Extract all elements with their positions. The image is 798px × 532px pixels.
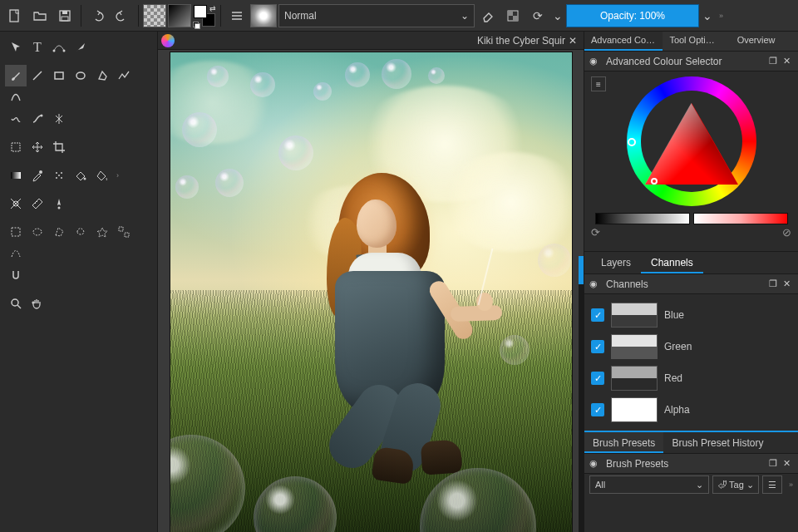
channel-visible-checkbox[interactable]: ✓: [591, 403, 604, 416]
shade-bar-2[interactable]: [693, 213, 788, 224]
document-tab[interactable]: Kiki the Cyber Squir ✕: [158, 32, 584, 50]
gamut-warn-icon[interactable]: ⊘: [782, 226, 791, 241]
brush-editor-button[interactable]: [225, 4, 249, 27]
preset-overflow-icon[interactable]: »: [789, 480, 793, 489]
move-tool[interactable]: [5, 37, 27, 58]
toolbar-overflow-icon[interactable]: »: [719, 12, 723, 20]
lock-docker-icon[interactable]: ◉: [589, 278, 603, 289]
toolbox-panel: T: [0, 32, 158, 532]
channel-row[interactable]: ✓ Blue: [591, 299, 791, 331]
bezier-tool[interactable]: [5, 86, 27, 108]
color-history-button[interactable]: ⟳: [591, 226, 600, 241]
tab-advanced-color[interactable]: Advanced Col…: [584, 32, 663, 51]
svg-line-31: [17, 305, 21, 308]
polyline-tool[interactable]: [113, 65, 135, 86]
preset-tag-button[interactable]: ⮰ Tag ⌄: [712, 475, 759, 494]
close-docker-button[interactable]: ✕: [780, 278, 793, 289]
freehand-path-tool[interactable]: [5, 108, 27, 130]
tab-tool-options[interactable]: Tool Opti…: [663, 32, 730, 51]
canvas-viewport[interactable]: [158, 50, 584, 532]
float-docker-button[interactable]: ❐: [766, 458, 780, 469]
svg-rect-0: [10, 10, 18, 22]
pattern-edit-tool[interactable]: [48, 165, 70, 186]
save-file-button[interactable]: [53, 4, 76, 27]
close-docker-button[interactable]: ✕: [780, 56, 793, 66]
fill-tool[interactable]: [91, 165, 113, 186]
sv-cursor[interactable]: [651, 178, 658, 185]
transform-tool[interactable]: [5, 136, 27, 158]
color-selector-config-button[interactable]: ≡: [591, 76, 606, 91]
preset-dropdown-button[interactable]: ⌄: [551, 4, 564, 27]
brush-tool[interactable]: [5, 65, 27, 86]
opacity-slider[interactable]: Opacity: 100%: [566, 4, 699, 27]
tab-brush-presets[interactable]: Brush Presets: [584, 432, 663, 453]
float-docker-button[interactable]: ❐: [766, 56, 780, 66]
smart-fill-tool[interactable]: [70, 165, 91, 186]
rectangle-tool[interactable]: [48, 65, 70, 86]
edit-shapes-tool[interactable]: [48, 37, 70, 58]
brush-preset-thumb[interactable]: [250, 4, 277, 27]
channel-visible-checkbox[interactable]: ✓: [591, 340, 604, 353]
move-layer-tool[interactable]: [27, 136, 48, 158]
color-wheel[interactable]: [627, 76, 756, 206]
reference-tool[interactable]: [48, 193, 70, 214]
text-tool[interactable]: T: [27, 37, 48, 58]
magnetic-select-tool[interactable]: [5, 264, 27, 286]
calligraphy-tool[interactable]: [70, 37, 91, 58]
tab-channels[interactable]: Channels: [641, 252, 703, 273]
bezier-select-tool[interactable]: [5, 243, 27, 264]
reload-preset-button[interactable]: ⟳: [526, 4, 549, 27]
similar-select-tool[interactable]: [113, 221, 135, 243]
hue-cursor[interactable]: [628, 138, 636, 146]
channel-row[interactable]: ✓ Alpha: [591, 394, 791, 426]
color-picker-tool[interactable]: [27, 165, 48, 186]
measure-tool[interactable]: [27, 193, 48, 214]
ellipse-select-tool[interactable]: [27, 221, 48, 243]
pan-tool[interactable]: [27, 293, 48, 314]
contiguous-select-tool[interactable]: [91, 221, 113, 243]
assistant-tool[interactable]: [5, 193, 27, 214]
blend-mode-select[interactable]: Normal ⌄: [278, 4, 475, 27]
undo-button[interactable]: [86, 4, 109, 27]
opacity-dropdown-button[interactable]: ⌄: [701, 4, 714, 27]
open-file-button[interactable]: [28, 4, 52, 27]
new-file-button[interactable]: [3, 4, 27, 27]
zoom-tool[interactable]: [5, 293, 27, 314]
float-docker-button[interactable]: ❐: [766, 278, 780, 289]
polygon-select-tool[interactable]: [48, 221, 70, 243]
tab-layers[interactable]: Layers: [591, 252, 641, 273]
tab-brush-history[interactable]: Brush Preset History: [663, 432, 771, 453]
freehand-select-tool[interactable]: [70, 221, 91, 243]
gradient-swatch[interactable]: [168, 4, 191, 27]
preset-filter-select[interactable]: All ⌄: [589, 475, 709, 494]
svg-rect-26: [12, 228, 20, 236]
alpha-lock-button[interactable]: [501, 4, 525, 27]
ellipse-tool[interactable]: [70, 65, 91, 86]
polygon-tool[interactable]: [91, 65, 113, 86]
line-tool[interactable]: [27, 65, 48, 86]
fg-bg-color-swatch[interactable]: ⇄: [193, 4, 216, 27]
lock-docker-icon[interactable]: ◉: [589, 458, 603, 469]
pattern-swatch[interactable]: [143, 4, 166, 27]
close-tab-button[interactable]: ✕: [569, 35, 580, 47]
channel-visible-checkbox[interactable]: ✓: [591, 308, 604, 322]
close-docker-button[interactable]: ✕: [780, 458, 793, 469]
shade-bar-1[interactable]: [595, 213, 690, 224]
channel-visible-checkbox[interactable]: ✓: [591, 372, 604, 385]
gradient-tool[interactable]: [5, 165, 27, 186]
svg-rect-14: [11, 172, 21, 179]
redo-button[interactable]: [111, 4, 134, 27]
eraser-mode-button[interactable]: [476, 4, 500, 27]
channel-row[interactable]: ✓ Red: [591, 362, 791, 394]
crop-tool[interactable]: [48, 136, 70, 158]
svg-point-12: [41, 115, 43, 117]
dynamic-brush-tool[interactable]: [27, 108, 48, 130]
rect-select-tool[interactable]: [5, 221, 27, 243]
lock-docker-icon[interactable]: ◉: [589, 56, 603, 66]
preset-view-button[interactable]: ☰: [762, 475, 782, 494]
tab-overview[interactable]: Overview: [731, 32, 798, 51]
right-dock-scrollbar[interactable]: [579, 256, 584, 532]
multibrush-tool[interactable]: [48, 108, 70, 130]
svg-point-19: [61, 177, 62, 179]
channel-row[interactable]: ✓ Green: [591, 331, 791, 362]
